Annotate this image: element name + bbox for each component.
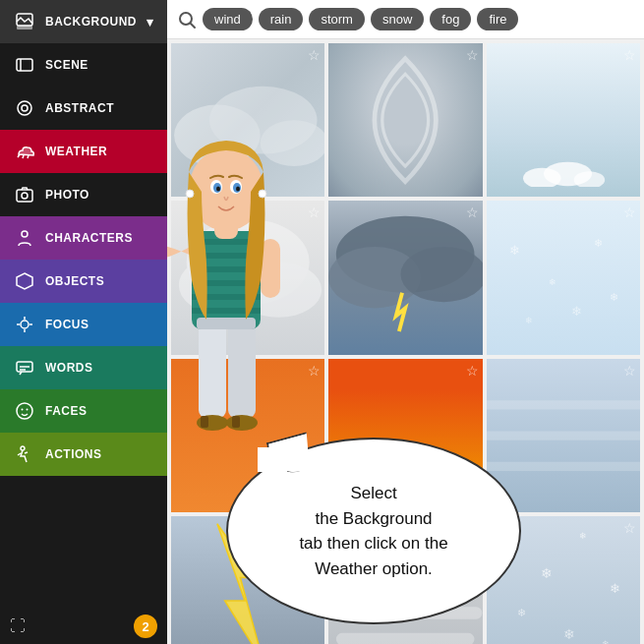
svg-point-6 — [22, 193, 28, 199]
sidebar-label-actions: ACTIONS — [45, 447, 102, 461]
favorite-star-9[interactable]: ☆ — [623, 363, 636, 379]
grid-cell-3[interactable]: ☆ — [487, 43, 640, 197]
svg-point-11 — [17, 403, 32, 419]
svg-point-4 — [22, 105, 28, 111]
objects-icon — [14, 270, 35, 292]
tag-wind[interactable]: wind — [203, 8, 253, 30]
sidebar-label-weather: WEATHER — [45, 145, 107, 158]
svg-rect-2 — [17, 59, 32, 71]
grid-cell-7[interactable]: ☆ — [171, 359, 324, 512]
photo-icon — [14, 184, 35, 205]
favorite-star-3[interactable]: ☆ — [623, 47, 636, 63]
favorite-star-12[interactable]: ☆ — [623, 520, 636, 536]
sidebar-item-faces[interactable]: FACES — [0, 389, 167, 433]
sidebar-item-scene[interactable]: SCENE — [0, 43, 167, 87]
svg-point-18 — [261, 120, 325, 166]
sidebar-label-focus: FOCUS — [45, 318, 89, 331]
svg-text:❄: ❄ — [563, 626, 575, 642]
svg-text:❄: ❄ — [610, 582, 620, 596]
sidebar-item-focus[interactable]: FOCUS — [0, 303, 167, 346]
svg-text:❄: ❄ — [540, 565, 552, 581]
grid-cell-12[interactable]: ☆ ❄ ❄ ❄ ❄ ❄ ❄ ❄ — [487, 516, 640, 644]
sidebar-item-abstract[interactable]: ABSTRACT — [0, 87, 167, 130]
svg-text:❄: ❄ — [525, 316, 533, 325]
actions-icon — [14, 443, 35, 465]
weather-icon — [14, 141, 35, 162]
background-grid: ☆ ☆ ☆ — [167, 39, 644, 644]
sidebar-item-actions[interactable]: ACTIONS — [0, 433, 167, 476]
search-bar: wind rain storm snow fog fire — [167, 0, 644, 39]
sidebar-item-words[interactable]: WORDS — [0, 346, 167, 389]
abstract-icon — [14, 97, 35, 119]
svg-text:❄: ❄ — [517, 607, 526, 618]
svg-point-7 — [22, 231, 28, 237]
favorite-star-5[interactable]: ☆ — [466, 205, 479, 220]
favorite-star-2[interactable]: ☆ — [466, 47, 479, 63]
grid-cell-11[interactable]: ☆ — [328, 516, 482, 644]
svg-rect-38 — [336, 581, 475, 594]
favorite-star-4[interactable]: ☆ — [308, 205, 321, 220]
svg-text:❄: ❄ — [501, 537, 510, 549]
words-icon — [14, 357, 35, 379]
sidebar: BACKGROUND ▾ SCENE ABSTRACT — [0, 0, 167, 644]
sidebar-label-characters: CHARACTERS — [45, 231, 133, 245]
tag-fog[interactable]: fog — [430, 8, 471, 30]
grid-cell-1[interactable]: ☆ — [171, 43, 324, 197]
tag-snow[interactable]: snow — [371, 8, 424, 30]
svg-text:❄: ❄ — [602, 639, 610, 644]
characters-icon — [14, 227, 35, 249]
favorite-star-7[interactable]: ☆ — [308, 363, 321, 379]
bottom-bar: ⛶ 2 — [0, 609, 167, 644]
sidebar-label-abstract: ABSTRACT — [45, 101, 114, 115]
scene-icon — [14, 54, 35, 76]
svg-text:❄: ❄ — [594, 237, 603, 249]
grid-area: ☆ ☆ ☆ — [167, 39, 644, 644]
app-container: BACKGROUND ▾ SCENE ABSTRACT — [0, 0, 644, 644]
sidebar-label-background: BACKGROUND — [45, 15, 137, 29]
expand-icon[interactable]: ⛶ — [10, 617, 26, 635]
grid-cell-5[interactable]: ☆ — [328, 201, 482, 354]
sidebar-item-characters[interactable]: CHARACTERS — [0, 216, 167, 260]
favorite-star-10[interactable]: ☆ — [308, 520, 321, 536]
focus-icon — [14, 314, 35, 335]
svg-point-15 — [180, 13, 192, 25]
search-icon[interactable] — [177, 10, 197, 29]
sidebar-label-words: WORDS — [45, 361, 93, 375]
background-icon — [14, 11, 35, 32]
svg-text:❄: ❄ — [571, 306, 582, 320]
svg-rect-1 — [17, 26, 32, 29]
grid-cell-4[interactable]: ☆ — [171, 201, 324, 354]
svg-text:❄: ❄ — [578, 531, 586, 541]
faces-icon — [14, 400, 35, 422]
sidebar-item-photo[interactable]: PHOTO — [0, 173, 167, 216]
grid-cell-2[interactable]: ☆ — [328, 43, 482, 197]
favorite-star-1[interactable]: ☆ — [308, 47, 321, 63]
tag-rain[interactable]: rain — [259, 8, 304, 30]
svg-text:❄: ❄ — [509, 244, 520, 258]
svg-rect-37 — [328, 555, 482, 567]
sidebar-item-objects[interactable]: OBJECTS — [0, 260, 167, 303]
grid-cell-10[interactable]: ☆ — [171, 516, 324, 644]
svg-rect-5 — [17, 190, 32, 202]
sidebar-item-background[interactable]: BACKGROUND ▾ — [0, 0, 167, 43]
svg-point-9 — [21, 321, 29, 328]
grid-cell-9[interactable]: ☆ — [487, 359, 640, 512]
grid-cell-6[interactable]: ☆ ❄ ❄ ❄ ❄ ❄ ❄ — [487, 201, 640, 354]
grid-cell-8[interactable]: ☆ — [328, 359, 482, 512]
svg-rect-39 — [328, 607, 482, 619]
svg-point-14 — [21, 446, 25, 450]
favorite-star-8[interactable]: ☆ — [466, 363, 479, 379]
svg-point-3 — [18, 101, 31, 115]
sidebar-label-photo: PHOTO — [45, 188, 89, 202]
background-chevron: ▾ — [146, 15, 154, 29]
svg-marker-8 — [17, 273, 32, 289]
tag-storm[interactable]: storm — [309, 8, 365, 30]
sidebar-label-objects: OBJECTS — [45, 274, 104, 288]
sidebar-label-scene: SCENE — [45, 58, 88, 72]
sidebar-item-weather[interactable]: WEATHER — [0, 130, 167, 173]
svg-point-13 — [27, 409, 29, 411]
tag-fire[interactable]: fire — [477, 8, 518, 30]
svg-text:❄: ❄ — [548, 277, 556, 287]
favorite-star-6[interactable]: ☆ — [623, 205, 636, 220]
favorite-star-11[interactable]: ☆ — [466, 520, 479, 536]
